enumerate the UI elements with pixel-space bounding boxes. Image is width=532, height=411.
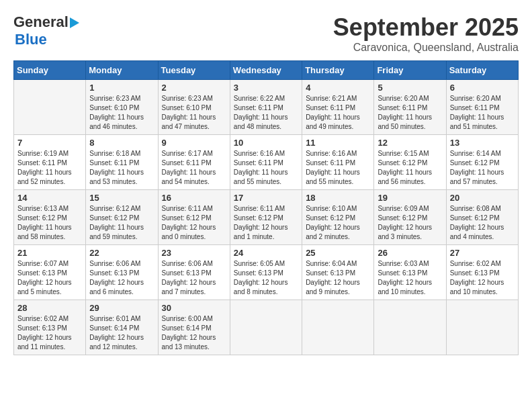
day-info: Sunrise: 6:23 AM Sunset: 6:10 PM Dayligh… [89,94,154,132]
calendar-week-row: 1Sunrise: 6:23 AM Sunset: 6:10 PM Daylig… [14,80,519,135]
day-info: Sunrise: 6:07 AM Sunset: 6:13 PM Dayligh… [17,259,82,297]
calendar-cell: 7Sunrise: 6:19 AM Sunset: 6:11 PM Daylig… [14,135,86,190]
header-saturday: Saturday [446,61,518,80]
day-number: 30 [162,303,226,313]
day-number: 28 [17,303,82,313]
calendar-cell: 11Sunrise: 6:16 AM Sunset: 6:11 PM Dayli… [302,135,374,190]
day-number: 4 [306,83,370,93]
calendar-cell: 22Sunrise: 6:06 AM Sunset: 6:13 PM Dayli… [86,245,158,300]
calendar-cell [14,80,86,135]
day-info: Sunrise: 6:22 AM Sunset: 6:11 PM Dayligh… [234,94,298,132]
header-thursday: Thursday [302,61,374,80]
day-info: Sunrise: 6:09 AM Sunset: 6:12 PM Dayligh… [378,204,442,242]
calendar-cell: 27Sunrise: 6:02 AM Sunset: 6:13 PM Dayli… [446,245,518,300]
calendar-cell [374,300,446,355]
day-number: 1 [89,83,154,93]
location-title: Caravonica, Queensland, Australia [333,42,519,54]
day-info: Sunrise: 6:17 AM Sunset: 6:11 PM Dayligh… [162,149,226,187]
day-number: 11 [306,138,370,148]
calendar-week-row: 21Sunrise: 6:07 AM Sunset: 6:13 PM Dayli… [14,245,519,300]
calendar-cell [230,300,302,355]
day-number: 27 [450,248,515,258]
day-info: Sunrise: 6:06 AM Sunset: 6:13 PM Dayligh… [162,259,226,297]
calendar-cell: 2Sunrise: 6:23 AM Sunset: 6:10 PM Daylig… [158,80,230,135]
day-info: Sunrise: 6:02 AM Sunset: 6:13 PM Dayligh… [17,314,82,352]
day-info: Sunrise: 6:04 AM Sunset: 6:13 PM Dayligh… [306,259,370,297]
logo-general-text: General [13,13,69,31]
day-info: Sunrise: 6:11 AM Sunset: 6:12 PM Dayligh… [162,204,226,242]
logo: General Blue [13,13,79,48]
calendar-week-row: 28Sunrise: 6:02 AM Sunset: 6:13 PM Dayli… [14,300,519,355]
calendar-cell: 9Sunrise: 6:17 AM Sunset: 6:11 PM Daylig… [158,135,230,190]
calendar-cell: 1Sunrise: 6:23 AM Sunset: 6:10 PM Daylig… [86,80,158,135]
calendar-cell: 13Sunrise: 6:14 AM Sunset: 6:12 PM Dayli… [446,135,518,190]
day-info: Sunrise: 6:01 AM Sunset: 6:14 PM Dayligh… [89,314,154,352]
day-info: Sunrise: 6:11 AM Sunset: 6:12 PM Dayligh… [234,204,298,242]
day-info: Sunrise: 6:06 AM Sunset: 6:13 PM Dayligh… [89,259,154,297]
day-number: 10 [234,138,298,148]
day-info: Sunrise: 6:12 AM Sunset: 6:12 PM Dayligh… [89,204,154,242]
day-number: 17 [234,193,298,203]
month-title: September 2025 [333,13,519,42]
day-number: 5 [378,83,442,93]
day-number: 20 [450,193,515,203]
calendar-cell [446,300,518,355]
day-info: Sunrise: 6:05 AM Sunset: 6:13 PM Dayligh… [234,259,298,297]
header-friday: Friday [374,61,446,80]
day-number: 13 [450,138,515,148]
day-info: Sunrise: 6:14 AM Sunset: 6:12 PM Dayligh… [450,149,515,187]
day-number: 3 [234,83,298,93]
day-info: Sunrise: 6:19 AM Sunset: 6:11 PM Dayligh… [17,149,82,187]
calendar-cell: 30Sunrise: 6:00 AM Sunset: 6:14 PM Dayli… [158,300,230,355]
calendar-cell: 20Sunrise: 6:08 AM Sunset: 6:12 PM Dayli… [446,190,518,245]
day-number: 2 [162,83,226,93]
calendar-cell: 19Sunrise: 6:09 AM Sunset: 6:12 PM Dayli… [374,190,446,245]
day-number: 6 [450,83,515,93]
logo-arrow-icon [70,17,79,28]
calendar-cell: 29Sunrise: 6:01 AM Sunset: 6:14 PM Dayli… [86,300,158,355]
calendar-cell: 4Sunrise: 6:21 AM Sunset: 6:11 PM Daylig… [302,80,374,135]
day-number: 9 [162,138,226,148]
title-block: September 2025 Caravonica, Queensland, A… [333,13,519,54]
calendar-cell: 17Sunrise: 6:11 AM Sunset: 6:12 PM Dayli… [230,190,302,245]
calendar-cell [302,300,374,355]
day-info: Sunrise: 6:10 AM Sunset: 6:12 PM Dayligh… [306,204,370,242]
calendar-cell: 25Sunrise: 6:04 AM Sunset: 6:13 PM Dayli… [302,245,374,300]
day-number: 16 [162,193,226,203]
day-info: Sunrise: 6:20 AM Sunset: 6:11 PM Dayligh… [378,94,442,132]
day-info: Sunrise: 6:20 AM Sunset: 6:11 PM Dayligh… [450,94,515,132]
day-number: 14 [17,193,82,203]
day-number: 24 [234,248,298,258]
header-sunday: Sunday [14,61,86,80]
day-number: 29 [89,303,154,313]
day-number: 12 [378,138,442,148]
day-number: 15 [89,193,154,203]
day-info: Sunrise: 6:13 AM Sunset: 6:12 PM Dayligh… [17,204,82,242]
header-wednesday: Wednesday [230,61,302,80]
day-info: Sunrise: 6:00 AM Sunset: 6:14 PM Dayligh… [162,314,226,352]
day-number: 18 [306,193,370,203]
day-info: Sunrise: 6:21 AM Sunset: 6:11 PM Dayligh… [306,94,370,132]
day-info: Sunrise: 6:15 AM Sunset: 6:12 PM Dayligh… [378,149,442,187]
calendar-cell: 10Sunrise: 6:16 AM Sunset: 6:11 PM Dayli… [230,135,302,190]
calendar-cell: 6Sunrise: 6:20 AM Sunset: 6:11 PM Daylig… [446,80,518,135]
day-info: Sunrise: 6:23 AM Sunset: 6:10 PM Dayligh… [162,94,226,132]
day-number: 21 [17,248,82,258]
calendar-cell: 8Sunrise: 6:18 AM Sunset: 6:11 PM Daylig… [86,135,158,190]
day-number: 22 [89,248,154,258]
calendar-table: SundayMondayTuesdayWednesdayThursdayFrid… [13,60,519,355]
logo-blue-text: Blue [15,31,47,48]
day-number: 23 [162,248,226,258]
day-number: 19 [378,193,442,203]
calendar-cell: 26Sunrise: 6:03 AM Sunset: 6:13 PM Dayli… [374,245,446,300]
page-header: General Blue September 2025 Caravonica, … [13,13,519,54]
calendar-cell: 18Sunrise: 6:10 AM Sunset: 6:12 PM Dayli… [302,190,374,245]
calendar-cell: 24Sunrise: 6:05 AM Sunset: 6:13 PM Dayli… [230,245,302,300]
calendar-cell: 16Sunrise: 6:11 AM Sunset: 6:12 PM Dayli… [158,190,230,245]
calendar-cell: 5Sunrise: 6:20 AM Sunset: 6:11 PM Daylig… [374,80,446,135]
calendar-cell: 23Sunrise: 6:06 AM Sunset: 6:13 PM Dayli… [158,245,230,300]
calendar-cell: 21Sunrise: 6:07 AM Sunset: 6:13 PM Dayli… [14,245,86,300]
calendar-cell: 15Sunrise: 6:12 AM Sunset: 6:12 PM Dayli… [86,190,158,245]
day-number: 26 [378,248,442,258]
calendar-cell: 28Sunrise: 6:02 AM Sunset: 6:13 PM Dayli… [14,300,86,355]
